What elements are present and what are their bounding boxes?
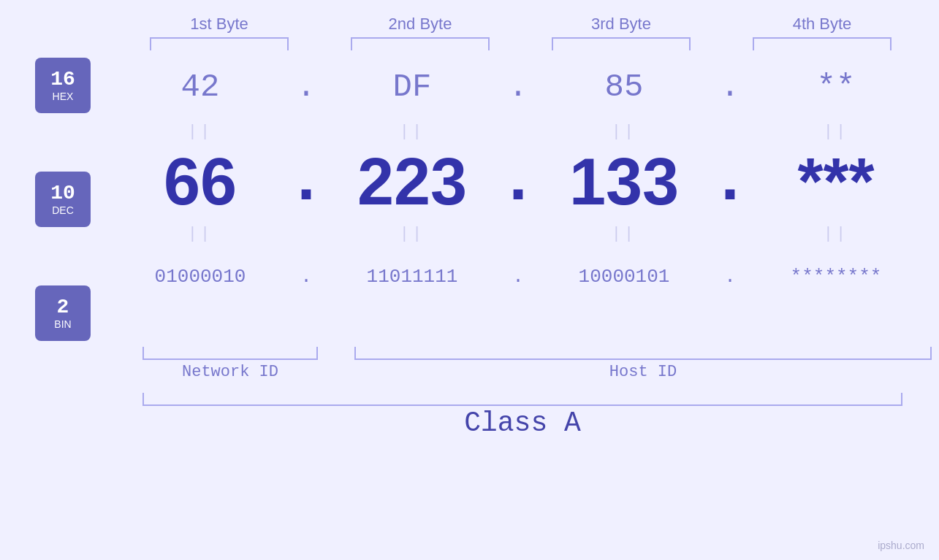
bracket-spacer [318,347,354,360]
bin-val-1: 01000010 [113,266,288,288]
hex-row: 42 . DF . 85 . ** [113,58,939,116]
hex-badge-label: HEX [53,91,74,102]
dec-badge-label: DEC [52,204,74,216]
hex-val-4: ** [748,69,924,105]
class-bracket-row [142,393,939,406]
eq1-3: || [536,121,712,141]
equals-row-2: || || || || [113,218,939,248]
hex-val-2: DF [324,69,500,105]
bin-badge: 2 BIN [35,285,91,341]
bracket-top-2 [351,37,490,50]
bracket-bottom-network [142,347,318,360]
dec-val-4: *** [748,145,924,220]
hex-badge-number: 16 [50,69,75,91]
dec-dot-1: . [288,145,324,219]
main-container: 1st Byte 2nd Byte 3rd Byte 4th Byte 16 H… [0,0,939,560]
eq2-2: || [324,223,500,243]
hex-dot-1: . [288,69,324,105]
values-grid: 42 . DF . 85 . ** [113,58,939,341]
bottom-brackets [142,347,939,360]
top-brackets [119,37,923,50]
eq1-4: || [748,121,924,141]
byte4-header: 4th Byte [742,15,902,34]
network-id-label: Network ID [142,363,318,381]
dec-badge-number: 10 [50,183,75,205]
dec-badge: 10 DEC [35,172,91,227]
bracket-top-1 [150,37,289,50]
hex-val-3: 85 [536,69,712,105]
bracket-bottom-host [354,347,932,360]
bin-dot-3: . [712,266,748,288]
byte3-header: 3rd Byte [541,15,702,34]
labels-row: Network ID Host ID [142,363,939,381]
bracket-class [142,393,902,406]
bracket-top-3 [552,37,691,50]
dec-row: 66 . 223 . 133 . *** [113,145,939,218]
eq1-2: || [324,121,500,141]
byte1-header: 1st Byte [139,15,300,34]
bin-row: 01000010 . 11011111 . 10000101 . [113,248,939,306]
hex-dot-2: . [500,69,536,105]
dec-dot-3: . [712,145,748,219]
bin-dot-2: . [500,266,536,288]
class-label-row: Class A [142,407,939,439]
main-content: 16 HEX 10 DEC 2 BIN 42 . [0,58,939,341]
bin-val-3: 10000101 [536,266,712,288]
byte-headers: 1st Byte 2nd Byte 3rd Byte 4th Byte [119,15,923,34]
eq1-1: || [113,121,288,141]
bin-badge-number: 2 [57,296,69,319]
eq2-4: || [748,223,924,243]
hex-dot-3: . [712,69,748,105]
host-id-label: Host ID [354,363,932,381]
eq2-1: || [113,223,288,243]
bin-val-2: 11011111 [324,266,500,288]
dec-dot-2: . [500,145,536,219]
hex-badge: 16 HEX [35,58,91,113]
footer: ipshu.com [878,540,924,551]
bin-dot-1: . [288,266,324,288]
bin-badge-label: BIN [54,318,71,330]
dec-val-2: 223 [324,145,500,220]
bracket-top-4 [753,37,892,50]
dec-val-3: 133 [536,145,712,220]
dec-val-1: 66 [113,145,288,220]
eq2-3: || [536,223,712,243]
class-label: Class A [142,407,902,439]
hex-val-1: 42 [113,69,288,105]
bin-val-4: ******** [748,266,924,288]
bottom-section: Network ID Host ID Class A [0,341,939,439]
badges-column: 16 HEX 10 DEC 2 BIN [35,58,91,341]
equals-row-1: || || || || [113,116,939,145]
byte2-header: 2nd Byte [340,15,501,34]
